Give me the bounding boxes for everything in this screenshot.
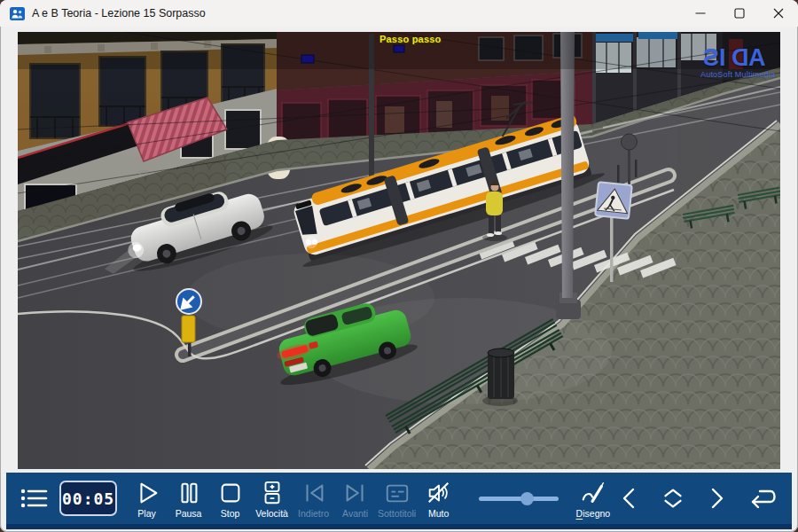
- draw-button-label: Disegno: [576, 508, 611, 519]
- sida-logo-letters: SIDA: [700, 46, 780, 69]
- maximize-icon: [734, 8, 745, 19]
- title-bar: A e B Teoria - Lezione 15 Sorpasso: [0, 0, 798, 27]
- house-number: 152: [138, 169, 149, 176]
- pause-icon: [176, 480, 202, 506]
- step-mode-caption: Passo passo: [379, 34, 441, 44]
- draw-button[interactable]: Disegno: [571, 478, 615, 519]
- window-bottom-accent: [6, 524, 792, 529]
- return-arrow-icon: [747, 485, 779, 512]
- window-controls: [681, 0, 798, 27]
- app-window: A e B Teoria - Lezione 15 Sorpasso: [0, 0, 798, 532]
- menu-list-icon: [19, 485, 49, 512]
- speed-plus-minus-icon: [259, 480, 286, 506]
- lesson-navigation: [615, 483, 781, 513]
- window-title: A e B Teoria - Lezione 15 Sorpasso: [32, 7, 206, 20]
- minimize-button[interactable]: [681, 0, 720, 27]
- app-icon: [10, 7, 25, 20]
- draw-pen-icon: [579, 480, 607, 506]
- minimize-icon: [695, 8, 706, 19]
- stop-button[interactable]: Stop: [209, 478, 251, 519]
- return-button[interactable]: [746, 483, 781, 513]
- street-scene: [18, 32, 780, 469]
- chevron-up-down-icon: [660, 485, 686, 512]
- lesson-video-viewport[interactable]: Passo passo 152 SIDA AutoSoft Multimedia: [18, 32, 780, 469]
- chevron-left-icon: [619, 486, 640, 511]
- step-forward-button[interactable]: Avanti: [334, 478, 376, 519]
- transport-controls: Play Pausa Stop Vel: [126, 478, 459, 519]
- previous-button[interactable]: [615, 483, 644, 513]
- chapter-list-button[interactable]: [659, 483, 687, 513]
- sida-logo: SIDA AutoSoft Multimedia: [700, 46, 780, 79]
- pause-button[interactable]: Pausa: [168, 478, 209, 519]
- volume-slider-track[interactable]: [479, 497, 559, 501]
- subtitles-button[interactable]: Sottotitoli: [376, 478, 418, 519]
- step-back-button[interactable]: Indietro: [293, 478, 334, 519]
- maximize-button[interactable]: [720, 0, 759, 27]
- next-button[interactable]: [702, 483, 731, 513]
- sida-logo-subtitle: AutoSoft Multimedia: [700, 70, 780, 79]
- mute-icon: [426, 480, 452, 506]
- menu-button[interactable]: [19, 485, 49, 512]
- player-toolbar: 00:05 Play Pausa Stop: [6, 473, 792, 524]
- timer-display: 00:05: [59, 481, 117, 516]
- volume-slider[interactable]: [479, 489, 559, 507]
- subtitles-icon: [384, 480, 411, 506]
- skip-back-icon: [301, 480, 327, 506]
- stop-icon: [217, 480, 244, 506]
- speed-button[interactable]: Velocità: [251, 478, 293, 519]
- play-button[interactable]: Play: [126, 478, 168, 519]
- play-icon: [134, 480, 160, 506]
- volume-slider-thumb[interactable]: [520, 492, 534, 505]
- close-icon: [773, 8, 784, 19]
- trash-bin: [482, 348, 518, 406]
- chevron-right-icon: [706, 486, 727, 511]
- mute-button[interactable]: Muto: [418, 478, 459, 519]
- skip-forward-icon: [342, 480, 369, 506]
- close-button[interactable]: [759, 0, 798, 27]
